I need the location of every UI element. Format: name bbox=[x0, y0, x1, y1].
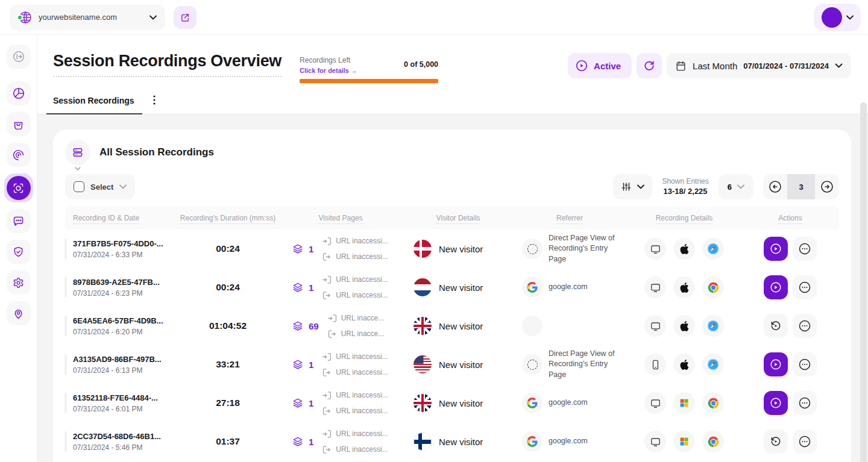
replay-icon bbox=[770, 435, 782, 448]
column-header: Actions bbox=[741, 214, 839, 222]
layers-icon bbox=[292, 358, 304, 370]
sidebar-item-radar[interactable] bbox=[7, 143, 31, 167]
os-icon bbox=[673, 276, 695, 298]
play-recording-button[interactable] bbox=[764, 391, 788, 415]
account-menu[interactable] bbox=[814, 4, 861, 31]
visited-pages-count: 69 bbox=[309, 321, 319, 331]
row-more-actions-button[interactable] bbox=[793, 275, 817, 299]
exit-page[interactable]: URL inaccessi... bbox=[322, 290, 388, 301]
row-more-actions-button[interactable] bbox=[793, 429, 817, 454]
entry-page[interactable]: URL inacce... bbox=[327, 313, 385, 323]
os-icon bbox=[673, 392, 695, 414]
recording-id: 2CC37D54-68D6-46B1... bbox=[73, 432, 178, 441]
row-more-actions-button[interactable] bbox=[793, 237, 817, 261]
browser-icon bbox=[702, 276, 724, 298]
os-icon bbox=[673, 354, 695, 375]
entry-page[interactable]: URL inaccessi... bbox=[322, 352, 388, 362]
entry-page[interactable]: URL inaccessi... bbox=[322, 236, 388, 246]
referrer-icon bbox=[522, 393, 542, 413]
exit-page[interactable]: URL inaccessi... bbox=[322, 445, 388, 455]
sidebar-item-location[interactable] bbox=[7, 301, 31, 325]
open-website-button[interactable] bbox=[174, 6, 197, 29]
current-page[interactable]: 3 bbox=[787, 174, 815, 199]
recording-duration: 01:37 bbox=[178, 436, 277, 447]
ellipsis-circle-icon bbox=[797, 280, 812, 295]
layers-icon bbox=[292, 435, 304, 448]
exit-page[interactable]: URL inaccessi... bbox=[322, 406, 388, 416]
sidebar-item-settings[interactable] bbox=[7, 270, 31, 295]
table-header: Recording ID & Date Recording's Duration… bbox=[65, 207, 839, 229]
entry-page[interactable]: URL inaccessi... bbox=[322, 429, 388, 439]
recording-duration: 00:24 bbox=[178, 243, 277, 254]
next-page-button[interactable] bbox=[815, 174, 839, 199]
scrollbar-thumb[interactable] bbox=[860, 102, 867, 462]
date-range-value: 07/01/2024 - 07/31/2024 bbox=[743, 61, 829, 70]
tab-options-button[interactable] bbox=[149, 95, 159, 114]
row-more-actions-button[interactable] bbox=[793, 391, 817, 415]
card-title: All Session Recordings bbox=[99, 146, 214, 158]
exit-page[interactable]: URL inaccessi... bbox=[322, 252, 388, 262]
website-selector[interactable]: yourwebsitename.com bbox=[10, 5, 165, 30]
row-more-actions-button[interactable] bbox=[793, 352, 817, 376]
desktop-icon bbox=[650, 243, 661, 255]
play-recording-button[interactable] bbox=[764, 314, 788, 338]
safari-icon bbox=[707, 243, 719, 255]
select-label: Select bbox=[90, 183, 113, 192]
direct-view-icon bbox=[527, 244, 538, 254]
apple-icon bbox=[679, 244, 690, 254]
play-recording-button[interactable] bbox=[764, 429, 788, 454]
play-recording-button[interactable] bbox=[764, 237, 788, 261]
recordings-card: All Session Recordings Select bbox=[53, 130, 851, 462]
table-row: A3135AD9-86BF-497B... 07/31/2024 - 6:13 … bbox=[65, 345, 839, 384]
sidebar-item-analytics[interactable] bbox=[7, 81, 31, 105]
card-icon[interactable] bbox=[65, 140, 90, 165]
row-more-actions-button[interactable] bbox=[793, 314, 817, 338]
chevron-down-icon bbox=[846, 15, 854, 20]
entry-url-text: URL inaccessi... bbox=[336, 391, 388, 399]
date-range-picker[interactable]: Last Month 07/01/2024 - 07/31/2024 bbox=[667, 53, 851, 78]
browser-icon bbox=[702, 315, 724, 337]
page-size-dropdown[interactable]: 6 bbox=[719, 174, 753, 199]
sidebar-item-feedback[interactable] bbox=[7, 209, 31, 233]
recording-status-button[interactable]: Active bbox=[568, 53, 632, 78]
recording-date: 07/31/2024 - 6:33 PM bbox=[73, 251, 178, 259]
sidebar-item-session-recordings[interactable] bbox=[4, 173, 33, 202]
recording-id: 371FB7B5-F075-4DD0-... bbox=[73, 239, 178, 248]
quota-progress-bar bbox=[300, 79, 438, 83]
select-dropdown[interactable]: Select bbox=[65, 174, 135, 199]
quota-details-link[interactable]: Click for details → bbox=[300, 67, 357, 74]
sidebar-item-store[interactable] bbox=[7, 112, 31, 136]
previous-page-button[interactable] bbox=[763, 174, 787, 199]
gear-icon bbox=[12, 276, 25, 289]
tab-session-recordings[interactable]: Session Recordings bbox=[46, 96, 142, 114]
table-row: 8978B639-A2E5-47FB... 07/31/2024 - 6:23 … bbox=[65, 268, 839, 307]
safari-icon bbox=[707, 358, 719, 370]
sidebar-item-privacy[interactable] bbox=[7, 240, 31, 264]
mobile-icon bbox=[650, 359, 661, 370]
entry-page-icon bbox=[322, 352, 332, 362]
recording-id: 61352118-F7E6-4484-... bbox=[73, 393, 178, 402]
column-header: Recording ID & Date bbox=[65, 214, 178, 222]
exit-page-icon bbox=[322, 445, 332, 455]
google-icon bbox=[527, 398, 538, 408]
entry-page[interactable]: URL inaccessi... bbox=[322, 390, 388, 401]
safari-icon bbox=[707, 320, 719, 332]
pie-chart-icon bbox=[12, 87, 25, 100]
os-icon bbox=[673, 238, 695, 260]
play-recording-button[interactable] bbox=[764, 352, 788, 376]
exit-page[interactable]: URL inacce... bbox=[327, 329, 385, 339]
layers-icon bbox=[292, 320, 304, 332]
play-recording-button[interactable] bbox=[764, 275, 788, 299]
refresh-button[interactable] bbox=[637, 53, 662, 78]
recording-date: 07/31/2024 - 6:20 PM bbox=[73, 328, 178, 336]
select-all-checkbox[interactable] bbox=[74, 181, 84, 192]
topbar: yourwebsitename.com bbox=[0, 0, 868, 35]
entry-page[interactable]: URL inaccessi... bbox=[322, 275, 388, 285]
sidebar-item-collapse[interactable] bbox=[7, 45, 31, 69]
filter-dropdown[interactable] bbox=[613, 174, 652, 199]
windows-icon bbox=[679, 398, 689, 408]
entry-url-text: URL inaccessi... bbox=[336, 429, 388, 438]
calendar-icon bbox=[675, 60, 687, 72]
visited-pages-count: 1 bbox=[309, 360, 313, 370]
exit-page[interactable]: URL inaccessi... bbox=[322, 367, 388, 378]
